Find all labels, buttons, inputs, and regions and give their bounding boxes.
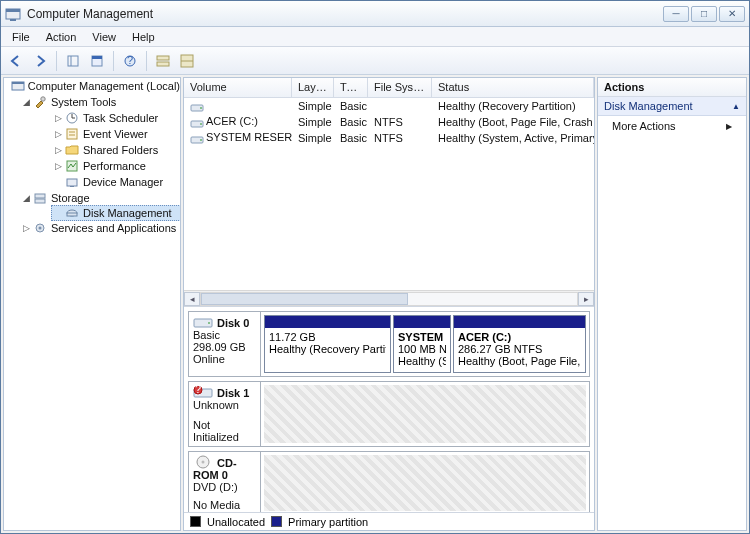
volume-row[interactable]: ACER (C:) Simple Basic NTFS Healthy (Boo…: [184, 114, 594, 130]
window-buttons: ─ □ ✕: [663, 6, 745, 22]
actions-header: Actions: [598, 78, 746, 97]
svg-rect-2: [10, 19, 16, 21]
disk-info: Disk 0 Basic 298.09 GB Online: [189, 312, 261, 376]
console-tree[interactable]: Computer Management (Local) ◢System Tool…: [3, 77, 181, 531]
toolbar-separator: [113, 51, 114, 71]
tree-storage[interactable]: ◢Storage Disk Management: [4, 190, 180, 221]
volume-type: Basic: [334, 131, 368, 145]
minimize-button[interactable]: ─: [663, 6, 689, 22]
refresh-button[interactable]: [86, 50, 108, 72]
menubar: File Action View Help: [1, 27, 749, 47]
svg-rect-26: [35, 199, 45, 203]
partition-status: Healthy (Sys: [398, 355, 446, 367]
volume-fs: NTFS: [368, 131, 432, 145]
disk-block[interactable]: Disk 0 Basic 298.09 GB Online 11.72 GB H…: [188, 311, 590, 377]
expand-icon[interactable]: ▷: [52, 113, 64, 123]
disk-graphic-view[interactable]: Disk 0 Basic 298.09 GB Online 11.72 GB H…: [184, 306, 594, 512]
col-status[interactable]: Status: [432, 78, 594, 97]
svg-rect-24: [70, 186, 74, 187]
menu-help[interactable]: Help: [125, 29, 162, 45]
forward-button[interactable]: [29, 50, 51, 72]
tree-root[interactable]: Computer Management (Local) ◢System Tool…: [4, 78, 180, 236]
partition[interactable]: ACER (C:) 286.27 GB NTFS Healthy (Boot, …: [453, 315, 586, 373]
volume-layout: Simple: [292, 99, 334, 113]
actions-more-label: More Actions: [612, 120, 676, 132]
unallocated-region[interactable]: [264, 385, 586, 443]
tree-services-apps[interactable]: ▷Services and Applications: [4, 220, 180, 236]
menu-view[interactable]: View: [85, 29, 123, 45]
svg-text:?: ?: [127, 54, 133, 66]
tree-label: Services and Applications: [51, 222, 176, 234]
expand-icon[interactable]: ▷: [52, 129, 64, 139]
expand-icon[interactable]: ▷: [52, 161, 64, 171]
disk-block[interactable]: ?Disk 1 Unknown Not Initialized: [188, 381, 590, 447]
volume-layout: Simple: [292, 115, 334, 129]
col-filesystem[interactable]: File System: [368, 78, 432, 97]
svg-point-32: [200, 107, 202, 109]
tree-event-viewer[interactable]: ▷Event Viewer: [20, 126, 180, 142]
perf-icon: [64, 158, 80, 174]
menu-file[interactable]: File: [5, 29, 37, 45]
maximize-button[interactable]: □: [691, 6, 717, 22]
app-icon: [5, 6, 21, 22]
svg-rect-23: [67, 179, 77, 186]
col-type[interactable]: Type: [334, 78, 368, 97]
partition[interactable]: 11.72 GB Healthy (Recovery Partition): [264, 315, 391, 373]
volume-row[interactable]: Simple Basic Healthy (Recovery Partition…: [184, 98, 594, 114]
show-hide-button[interactable]: [62, 50, 84, 72]
back-button[interactable]: [5, 50, 27, 72]
svg-point-38: [208, 322, 210, 324]
actions-pane: Actions Disk Management ▲ More Actions ▶: [597, 77, 747, 531]
disk-title: Disk 0: [217, 317, 249, 329]
help-button[interactable]: ?: [119, 50, 141, 72]
close-button[interactable]: ✕: [719, 6, 745, 22]
tree-performance[interactable]: ▷Performance: [20, 158, 180, 174]
partition-map: [261, 382, 589, 446]
volume-name: ACER (C:): [206, 115, 258, 127]
expand-icon[interactable]: ▷: [52, 145, 64, 155]
disk-block[interactable]: CD-ROM 0 DVD (D:) No Media: [188, 451, 590, 512]
computer-icon: [11, 78, 25, 94]
no-media-region[interactable]: [264, 455, 586, 511]
tree-device-manager[interactable]: Device Manager: [20, 174, 180, 190]
expand-icon[interactable]: ◢: [20, 193, 32, 203]
tree-label: Event Viewer: [83, 128, 148, 140]
partition-status: Healthy (Boot, Page File, Crash Dump, P: [458, 355, 581, 367]
tree-task-scheduler[interactable]: ▷Task Scheduler: [20, 110, 180, 126]
scroll-track[interactable]: [200, 292, 578, 306]
col-layout[interactable]: Layout: [292, 78, 334, 97]
drive-icon: [190, 101, 204, 113]
tree-label: Shared Folders: [83, 144, 158, 156]
tree-disk-management[interactable]: Disk Management: [20, 205, 180, 221]
volume-layout: Simple: [292, 131, 334, 145]
partition[interactable]: SYSTEM RES 100 MB NTF Healthy (Sys: [393, 315, 451, 373]
disk-info: ?Disk 1 Unknown Not Initialized: [189, 382, 261, 446]
scroll-thumb[interactable]: [201, 293, 408, 305]
volume-list[interactable]: Simple Basic Healthy (Recovery Partition…: [184, 98, 594, 290]
tools-icon: [32, 94, 48, 110]
tree-system-tools[interactable]: ◢System Tools ▷Task Scheduler ▷Event Vie…: [4, 94, 180, 190]
legend: Unallocated Primary partition: [184, 512, 594, 530]
actions-more[interactable]: More Actions ▶: [598, 116, 746, 136]
volume-scrollbar[interactable]: ◂ ▸: [184, 290, 594, 306]
collapse-icon: ▲: [732, 102, 740, 111]
tree-label: System Tools: [51, 96, 116, 108]
scroll-left-icon[interactable]: ◂: [184, 292, 200, 306]
col-volume[interactable]: Volume: [184, 78, 292, 97]
view-bottom-button[interactable]: [176, 50, 198, 72]
partition-name: SYSTEM RES: [398, 331, 446, 343]
svg-rect-1: [6, 9, 20, 12]
volume-type: Basic: [334, 99, 368, 113]
actions-section[interactable]: Disk Management ▲: [598, 97, 746, 116]
view-top-button[interactable]: [152, 50, 174, 72]
menu-action[interactable]: Action: [39, 29, 84, 45]
svg-point-15: [41, 97, 45, 101]
expand-icon[interactable]: ▷: [20, 223, 32, 233]
volume-name: SYSTEM RESERVED: [206, 131, 292, 143]
scroll-right-icon[interactable]: ▸: [578, 292, 594, 306]
volume-row[interactable]: SYSTEM RESERVED Simple Basic NTFS Health…: [184, 130, 594, 146]
volume-status: Healthy (Boot, Page File, Crash Dump, Pr…: [432, 115, 594, 129]
expand-icon[interactable]: ◢: [20, 97, 32, 107]
tree-shared-folders[interactable]: ▷Shared Folders: [20, 142, 180, 158]
partition-name: ACER (C:): [458, 331, 581, 343]
